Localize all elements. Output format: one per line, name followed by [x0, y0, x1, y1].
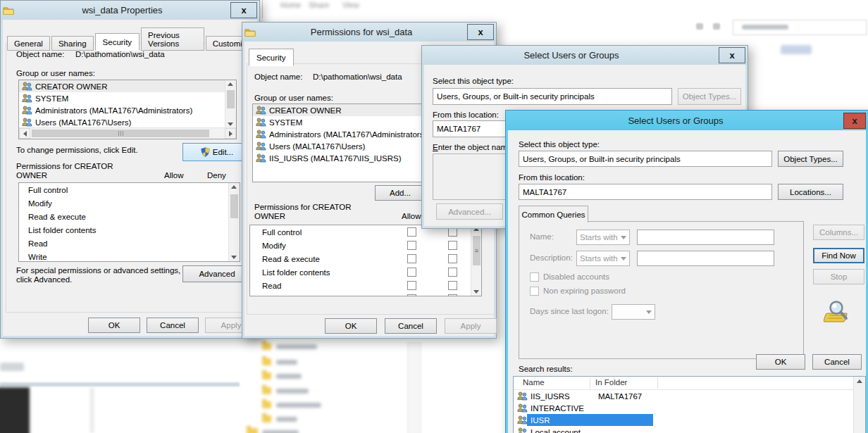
scroll-thumb[interactable]	[230, 194, 238, 218]
deny-checkbox[interactable]	[448, 281, 457, 290]
add-button[interactable]: Add...	[375, 185, 426, 201]
object-types-button[interactable]: Object Types...	[778, 151, 843, 167]
v-scrollbar[interactable]	[225, 80, 236, 128]
close-icon[interactable]: x	[467, 24, 494, 40]
column-header-name[interactable]: Name	[523, 378, 545, 387]
permission-item[interactable]: Modify	[19, 196, 240, 210]
allow-checkbox[interactable]	[407, 281, 416, 290]
scroll-thumb[interactable]: ≡	[473, 236, 480, 265]
select-users-titlebar[interactable]: Select Users or Groups x	[422, 46, 748, 65]
permissions-list[interactable]: Full control Modify Read & execute List …	[18, 182, 240, 262]
bg-scrollbar[interactable]	[407, 342, 421, 433]
cancel-button[interactable]: Cancel	[812, 354, 862, 370]
permission-item[interactable]: Read & execute	[19, 210, 240, 223]
v-scrollbar[interactable]	[228, 183, 240, 261]
non-expiring-password-checkbox[interactable]	[530, 287, 539, 296]
column-header-in-folder[interactable]: In Folder	[595, 378, 627, 387]
permission-item[interactable]: Read & execute	[250, 252, 481, 265]
disabled-accounts-checkbox[interactable]	[530, 272, 539, 282]
tab-general[interactable]: General	[7, 36, 50, 51]
list-item[interactable]: Users (MALTA1767\Users)	[19, 116, 226, 128]
permission-item[interactable]: List folder contents	[19, 223, 240, 237]
tab-security[interactable]: Security	[95, 33, 140, 51]
ok-button[interactable]: OK	[325, 318, 377, 334]
search-results-list[interactable]: Name In Folder IIS_IUSRS MALTA1767 INTER…	[513, 376, 866, 433]
common-queries-tab[interactable]: Common Queries	[519, 206, 588, 222]
deny-checkbox[interactable]	[448, 241, 457, 250]
deny-checkbox[interactable]	[448, 294, 457, 296]
bg-panel-edge	[0, 363, 24, 371]
scroll-down-icon[interactable]	[473, 290, 479, 294]
scroll-thumb[interactable]	[227, 90, 235, 108]
tab-sharing[interactable]: Sharing	[51, 36, 94, 51]
ribbon-tab-view[interactable]: View	[342, 1, 359, 9]
permissions-list[interactable]: Full control Modify Read & execute List …	[249, 225, 482, 296]
result-row[interactable]: IUSR	[514, 414, 857, 426]
tab-security[interactable]: Security	[249, 49, 294, 66]
permission-item[interactable]: List folder contents	[250, 265, 481, 279]
allow-checkbox[interactable]	[407, 268, 416, 277]
permission-item[interactable]: Read	[250, 279, 481, 292]
ok-button[interactable]: OK	[756, 354, 805, 370]
object-type-field[interactable]: Users, Groups, or Built-in security prin…	[519, 151, 772, 167]
select-users-titlebar[interactable]: Select Users or Groups x	[506, 111, 868, 130]
name-input[interactable]	[637, 230, 774, 245]
ribbon-tab-home[interactable]: Home	[280, 1, 301, 9]
deny-checkbox[interactable]	[448, 254, 457, 263]
list-item[interactable]: CREATOR OWNER	[19, 80, 226, 92]
ok-button[interactable]: OK	[88, 318, 140, 333]
h-scrollbar[interactable]	[19, 127, 236, 139]
permission-item[interactable]: Modify	[250, 239, 481, 252]
v-scrollbar[interactable]	[853, 377, 865, 433]
scroll-thumb[interactable]	[32, 130, 209, 137]
close-icon[interactable]: x	[843, 113, 866, 129]
locations-button[interactable]: Locations...	[778, 184, 843, 200]
object-type-field[interactable]: Users, Groups, or Built-in security prin…	[433, 88, 672, 105]
permission-item[interactable]: Write	[19, 250, 240, 262]
permission-label: Read & execute	[28, 213, 86, 221]
advanced-button[interactable]: Advanced...	[436, 203, 503, 220]
allow-checkbox[interactable]	[407, 254, 416, 263]
from-location-field[interactable]: MALTA1767	[519, 184, 772, 200]
scroll-left-icon[interactable]	[19, 128, 30, 139]
description-match-combo[interactable]: Starts with	[576, 251, 630, 266]
deny-checkbox[interactable]	[448, 268, 457, 277]
group-user-list[interactable]: CREATOR OWNER SYSTEM Administrators (MAL…	[18, 80, 237, 139]
scroll-right-icon[interactable]	[225, 128, 236, 139]
allow-checkbox[interactable]	[407, 294, 416, 296]
close-icon[interactable]: x	[719, 47, 745, 63]
stop-button[interactable]: Stop	[813, 269, 864, 284]
cancel-button[interactable]: Cancel	[147, 318, 199, 333]
allow-checkbox[interactable]	[407, 241, 416, 250]
search-box[interactable]	[733, 20, 867, 35]
object-types-button[interactable]: Object Types...	[678, 88, 741, 105]
find-now-button[interactable]: Find Now	[813, 248, 864, 263]
columns-button[interactable]: Columns...	[813, 225, 864, 240]
description-input[interactable]	[637, 251, 774, 266]
scroll-down-icon[interactable]	[231, 256, 237, 259]
tab-previous-versions[interactable]: Previous Versions	[141, 27, 204, 51]
cancel-button[interactable]: Cancel	[385, 318, 437, 334]
scroll-up-icon[interactable]	[228, 82, 233, 86]
close-icon[interactable]: x	[230, 2, 257, 18]
name-match-combo[interactable]: Starts with	[576, 230, 630, 245]
list-item[interactable]: Administrators (MALTA1767\Administrators…	[19, 104, 226, 116]
permission-item[interactable]	[250, 292, 481, 296]
result-name: IUSR	[531, 416, 550, 425]
permissions-titlebar[interactable]: Permissions for wsi_data x	[242, 23, 496, 42]
result-row[interactable]: INTERACTIVE	[514, 402, 857, 414]
list-item[interactable]: SYSTEM	[19, 92, 226, 104]
apply-button[interactable]: Apply	[445, 318, 497, 334]
result-row[interactable]: IIS_IUSRS MALTA1767	[514, 390, 857, 402]
allow-checkbox[interactable]	[407, 227, 416, 237]
permission-item[interactable]: Read	[19, 237, 240, 250]
ribbon-tab-share[interactable]: Share	[309, 1, 329, 9]
days-since-logon-combo[interactable]	[612, 304, 655, 320]
v-scrollbar[interactable]: ≡	[471, 225, 482, 296]
permission-item[interactable]: Full control	[19, 183, 240, 196]
properties-titlebar[interactable]: wsi_data Properties x	[1, 1, 259, 20]
result-row[interactable]: Local account	[514, 426, 857, 433]
scroll-up-icon[interactable]	[231, 185, 237, 189]
scroll-down-icon[interactable]	[228, 123, 233, 126]
scroll-up-icon[interactable]	[857, 379, 862, 383]
